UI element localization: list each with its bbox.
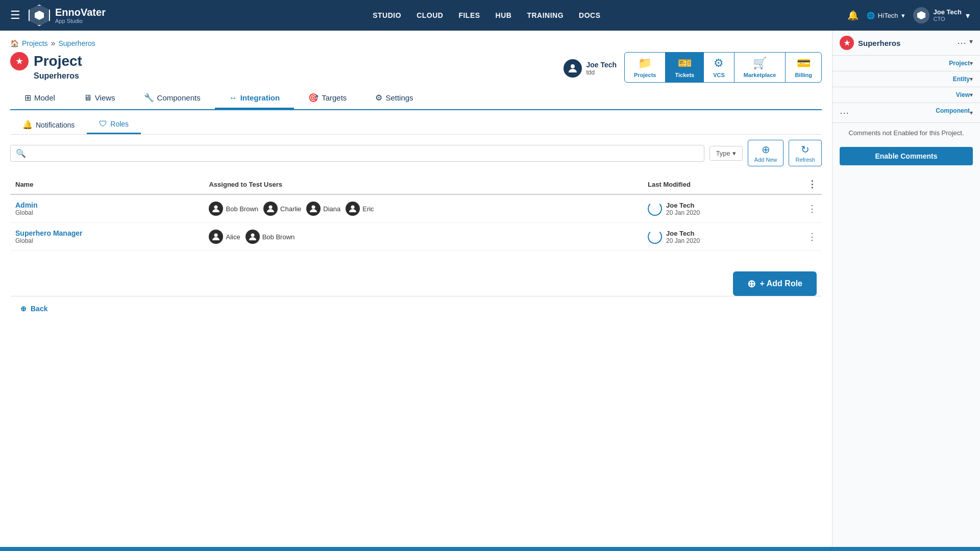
svg-point-2	[571, 64, 575, 68]
top-icon-marketplace[interactable]: 🛒 Marketplace	[734, 52, 786, 83]
role-scope-admin: Global	[15, 209, 199, 216]
right-section-entity-arrow: ▾	[970, 76, 973, 83]
sub-tab-notifications[interactable]: 🔔 Notifications	[10, 115, 87, 134]
type-dropdown[interactable]: Type ▾	[709, 146, 743, 161]
right-section-view-header[interactable]: View ▾	[832, 87, 980, 103]
add-new-icon: ⊕	[762, 143, 770, 156]
table-row: Superhero Manager Global Alice	[10, 223, 822, 251]
nav-files[interactable]: FILES	[458, 11, 480, 19]
search-input[interactable]	[29, 149, 699, 157]
modifier-info-sm: Joe Tech 20 Jan 2020	[666, 230, 700, 244]
user-area[interactable]: Joe Tech CTO ▾	[913, 7, 970, 23]
tab-settings[interactable]: ⚙ Settings	[361, 88, 427, 109]
role-name-cell: Admin Global	[10, 194, 204, 223]
add-role-plus-icon: ⊕	[747, 278, 756, 290]
type-label: Type	[716, 149, 730, 157]
tab-integration-label: Integration	[240, 93, 280, 102]
tab-model[interactable]: ⊞ Model	[10, 88, 69, 109]
hamburger-icon[interactable]: ☰	[10, 9, 20, 22]
top-nav: ☰ EnnoVater App Studio STUDIO CLOUD FILE…	[0, 0, 980, 31]
add-role-button[interactable]: ⊕ + Add Role	[733, 271, 817, 296]
svg-point-5	[312, 206, 315, 209]
nav-studio[interactable]: STUDIO	[373, 11, 401, 19]
table-header-row: Name Assigned to Test Users Last Modifie…	[10, 174, 822, 194]
project-name: Superheros	[34, 71, 104, 81]
right-panel-header: ★ Superheros ⋯ ▾	[832, 31, 980, 56]
right-section-view-arrow: ▾	[970, 91, 973, 98]
notification-bell-icon[interactable]: 🔔	[847, 10, 859, 21]
globe-area[interactable]: 🌐 HiTech ▾	[867, 12, 905, 19]
refresh-button[interactable]: ↻ Refresh	[789, 140, 822, 166]
svg-point-4	[269, 206, 273, 209]
right-section-view-label: View	[840, 91, 970, 98]
role-name-sm[interactable]: Superhero Manager	[15, 229, 199, 237]
integration-icon: ↔	[229, 93, 237, 103]
right-panel-title: ★ Superheros	[840, 36, 900, 50]
breadcrumb-current: Superheros	[58, 39, 95, 47]
right-section-view: View ▾	[832, 87, 980, 103]
user-avatar-alice	[209, 230, 223, 244]
last-modified-sm: Joe Tech 20 Jan 2020	[648, 230, 700, 244]
top-icon-billing[interactable]: 💳 Billing	[785, 52, 822, 83]
top-icon-tickets[interactable]: 🎫 Tickets	[665, 52, 704, 83]
breadcrumb-projects[interactable]: Projects	[22, 39, 48, 47]
last-modified-admin: Joe Tech 20 Jan 2020	[648, 202, 700, 216]
right-panel-arrow-icon[interactable]: ▾	[969, 37, 973, 48]
targets-icon: 🎯	[308, 93, 318, 103]
nav-hub[interactable]: HUB	[496, 11, 512, 19]
sub-tab-roles[interactable]: 🛡 Roles	[87, 115, 141, 134]
tab-targets[interactable]: 🎯 Targets	[294, 88, 361, 109]
right-section-entity-header[interactable]: Entity ▾	[832, 71, 980, 87]
right-section-entity-label: Entity	[840, 76, 970, 83]
role-name-admin[interactable]: Admin	[15, 201, 199, 209]
right-section-project-header[interactable]: Project ▾	[832, 56, 980, 71]
owner-avatar	[564, 59, 582, 78]
col-more-icon[interactable]: ⋮	[807, 179, 817, 190]
user-name-diana: Diana	[323, 205, 340, 213]
modifier-name-sm: Joe Tech	[666, 230, 700, 237]
app-name: EnnoVater	[55, 7, 106, 18]
modifier-spinner-sm	[648, 230, 662, 244]
modifier-info-admin: Joe Tech 20 Jan 2020	[666, 202, 700, 216]
col-users: Assigned to Test Users	[204, 174, 643, 194]
nav-cloud[interactable]: CLOUD	[416, 11, 443, 19]
right-section-project: Project ▾	[832, 56, 980, 71]
role-modified-cell-admin: Joe Tech 20 Jan 2020 ⋮	[643, 194, 822, 223]
top-icon-vcs[interactable]: ⚙ VCS	[703, 52, 734, 83]
home-icon[interactable]: 🏠	[10, 39, 19, 47]
right-section-component-header[interactable]: ⋯ Component ▾	[832, 103, 980, 122]
right-panel-more-icon[interactable]: ⋯	[957, 37, 966, 48]
row-actions-sm[interactable]: ⋮	[807, 231, 817, 242]
vcs-icon: ⚙	[714, 57, 724, 70]
tab-integration[interactable]: ↔ Integration	[215, 88, 295, 109]
svg-marker-1	[917, 11, 925, 19]
user-chip-diana: Diana	[306, 202, 340, 216]
search-input-wrap[interactable]: 🔍	[10, 145, 704, 162]
row-actions-admin[interactable]: ⋮	[807, 203, 817, 214]
top-icon-projects[interactable]: 📁 Projects	[624, 52, 666, 83]
nav-docs[interactable]: DOCS	[579, 11, 600, 19]
user-chips-admin: Bob Brown Charlie	[209, 202, 638, 216]
marketplace-label: Marketplace	[744, 72, 776, 78]
add-role-label: + Add Role	[760, 279, 802, 288]
refresh-icon: ↻	[801, 143, 810, 156]
back-wrap: ⊕ Back	[10, 296, 822, 321]
refresh-label: Refresh	[795, 157, 815, 163]
role-scope-sm: Global	[15, 237, 199, 244]
left-content: 🏠 Projects » Superheros ★ Project Superh…	[0, 31, 832, 551]
tab-components[interactable]: 🔧 Components	[130, 88, 215, 109]
breadcrumb-separator: »	[51, 39, 56, 48]
project-title-label: Project	[34, 53, 82, 69]
nav-training[interactable]: TRAINING	[527, 11, 564, 19]
user-name: Joe Tech	[934, 8, 962, 16]
right-section-project-label: Project	[840, 60, 970, 67]
notif-icon: 🔔	[22, 120, 33, 130]
right-section-component-more[interactable]: ⋯	[840, 107, 849, 118]
back-button[interactable]: ⊕ Back	[20, 305, 47, 313]
enable-comments-button[interactable]: Enable Comments	[840, 147, 973, 165]
add-new-button[interactable]: ⊕ Add New	[748, 140, 784, 166]
bottom-bar	[0, 547, 980, 551]
sub-tab-roles-label: Roles	[110, 120, 129, 128]
tab-views[interactable]: 🖥 Views	[69, 88, 130, 109]
svg-point-3	[214, 206, 218, 209]
